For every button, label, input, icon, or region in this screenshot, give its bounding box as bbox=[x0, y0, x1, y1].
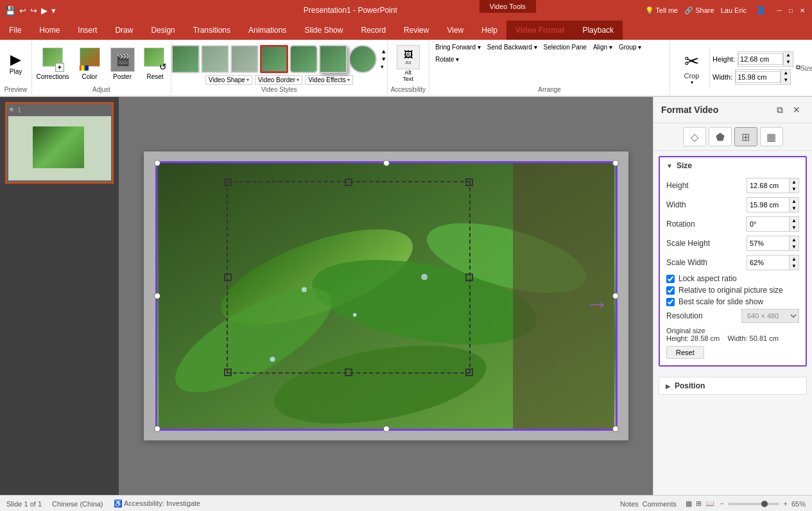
fp-scale-height-input[interactable] bbox=[747, 236, 789, 250]
redo-icon[interactable]: ↪ bbox=[30, 6, 37, 15]
styles-up[interactable]: ▲ bbox=[381, 48, 386, 55]
view-sorter-btn[interactable]: ⊞ bbox=[696, 499, 702, 508]
more-icon[interactable]: ▾ bbox=[51, 6, 56, 15]
fp-scale-width-spinner[interactable]: ▲ ▼ bbox=[789, 256, 799, 270]
crop-handle-tm[interactable] bbox=[345, 178, 352, 186]
view-normal-btn[interactable]: ▦ bbox=[686, 499, 692, 508]
tab-size-pos[interactable]: ⊞ bbox=[734, 127, 757, 146]
tab-playback[interactable]: Playback bbox=[573, 21, 623, 40]
comments-btn[interactable]: Comments bbox=[643, 500, 677, 508]
rotate-button[interactable]: Rotate ▾ bbox=[433, 55, 461, 64]
play-button[interactable]: ▶ Play bbox=[4, 51, 28, 76]
crop-handle-mr[interactable] bbox=[465, 273, 473, 281]
group-button[interactable]: Group ▾ bbox=[617, 42, 644, 52]
tab-insert[interactable]: Insert bbox=[69, 21, 106, 40]
sel-handle-br[interactable] bbox=[612, 426, 619, 432]
quick-access-toolbar[interactable]: 💾 ↩ ↪ ▶ ▾ bbox=[5, 6, 56, 15]
style-5[interactable] bbox=[289, 45, 318, 73]
sel-handle-ml[interactable] bbox=[154, 293, 160, 299]
tab-record[interactable]: Record bbox=[352, 21, 395, 40]
minimize-btn[interactable]: ─ bbox=[775, 6, 784, 15]
tab-file[interactable]: File bbox=[0, 21, 30, 40]
color-button[interactable]: Color bbox=[76, 46, 104, 82]
tell-me[interactable]: 💡 Tell me bbox=[645, 6, 678, 15]
height-up[interactable]: ▲ bbox=[784, 52, 793, 59]
tab-transitions[interactable]: Transitions bbox=[184, 21, 239, 40]
position-section-header[interactable]: ▶ Position bbox=[659, 377, 807, 395]
notes-btn[interactable]: Notes bbox=[620, 500, 639, 508]
crop-handle-ml[interactable] bbox=[224, 273, 232, 281]
crop-button[interactable]: ✂ Crop ▾ bbox=[674, 48, 710, 88]
sel-handle-bm[interactable] bbox=[383, 426, 390, 432]
send-backward-button[interactable]: Send Backward ▾ bbox=[485, 42, 539, 52]
fp-scale-width-input[interactable] bbox=[747, 256, 789, 270]
save-icon[interactable]: 💾 bbox=[5, 6, 15, 15]
tab-effects[interactable]: ▦ bbox=[760, 127, 783, 146]
view-reading-btn[interactable]: 📖 bbox=[705, 499, 714, 508]
format-panel-expand[interactable]: ⧉ bbox=[772, 102, 788, 117]
styles-scroll[interactable]: ▲ ▼ ▾ bbox=[381, 48, 386, 70]
corrections-button[interactable]: ✦ Corrections bbox=[33, 46, 71, 82]
size-section-header[interactable]: ▼ Size bbox=[660, 157, 806, 174]
tab-review[interactable]: Review bbox=[395, 21, 438, 40]
styles-down[interactable]: ▼ bbox=[381, 56, 386, 62]
fp-rotation-down[interactable]: ▼ bbox=[790, 224, 799, 231]
fp-rotation-spinner[interactable]: ▲ ▼ bbox=[789, 217, 799, 231]
fp-width-up[interactable]: ▲ bbox=[790, 198, 799, 205]
crop-handle-bm[interactable] bbox=[345, 368, 352, 376]
fp-height-spinner[interactable]: ▲ ▼ bbox=[789, 178, 799, 193]
styles-expand[interactable]: ▾ bbox=[381, 64, 386, 70]
maximize-btn[interactable]: □ bbox=[786, 6, 795, 15]
fp-scale-height-spinner[interactable]: ▲ ▼ bbox=[789, 236, 799, 250]
crop-handle-br[interactable] bbox=[465, 368, 473, 376]
zoom-out-btn[interactable]: － bbox=[718, 499, 725, 508]
tab-help[interactable]: Help bbox=[472, 21, 506, 40]
tab-design[interactable]: Design bbox=[142, 21, 184, 40]
video-effects-btn[interactable]: Video Effects ▾ bbox=[305, 75, 353, 85]
video-element[interactable] bbox=[155, 161, 618, 431]
fp-height-input[interactable] bbox=[747, 178, 789, 193]
poster-frame-button[interactable]: 🎬 Poster bbox=[108, 46, 137, 82]
width-up[interactable]: ▲ bbox=[781, 70, 790, 77]
style-3[interactable] bbox=[230, 45, 259, 73]
fp-rotation-up[interactable]: ▲ bbox=[790, 217, 799, 224]
fp-width-down[interactable]: ▼ bbox=[790, 205, 799, 212]
reset-design-button[interactable]: ↺ Reset bbox=[141, 46, 169, 82]
fp-width-input[interactable] bbox=[747, 198, 789, 212]
fp-scale-width-up[interactable]: ▲ bbox=[790, 256, 799, 263]
crop-dropdown[interactable]: ▾ bbox=[691, 80, 693, 85]
tab-animations[interactable]: Animations bbox=[239, 21, 295, 40]
fp-scale-width-down[interactable]: ▼ bbox=[790, 263, 799, 270]
sel-handle-tr[interactable] bbox=[612, 160, 619, 166]
fp-height-up[interactable]: ▲ bbox=[790, 178, 799, 186]
width-down[interactable]: ▼ bbox=[781, 77, 790, 84]
tab-videoformat[interactable]: Video Format bbox=[506, 21, 573, 40]
fp-reset-button[interactable]: Reset bbox=[666, 346, 704, 359]
close-btn[interactable]: ✕ bbox=[798, 6, 807, 15]
slide-1-container[interactable]: ★ 1 bbox=[5, 102, 114, 184]
fp-lock-aspect-checkbox[interactable] bbox=[666, 275, 675, 283]
fp-width-spinner[interactable]: ▲ ▼ bbox=[789, 198, 799, 212]
width-spinner[interactable]: ▲ ▼ bbox=[781, 70, 790, 84]
ribbon-height-input[interactable] bbox=[738, 53, 783, 65]
video-border-btn[interactable]: Video Border ▾ bbox=[255, 75, 302, 85]
style-6[interactable] bbox=[319, 45, 347, 73]
size-expand-btn[interactable]: ⧉ bbox=[796, 64, 800, 73]
alt-text-button[interactable]: 🖼 Alt AltText bbox=[394, 44, 422, 83]
sel-handle-mr[interactable] bbox=[612, 293, 619, 299]
fp-scale-height-up[interactable]: ▲ bbox=[790, 236, 799, 243]
zoom-in-btn[interactable]: ＋ bbox=[782, 499, 789, 508]
fp-resolution-select[interactable]: 640 × 480 1280 × 720 bbox=[741, 309, 799, 323]
sel-handle-tl[interactable] bbox=[154, 160, 160, 166]
fp-relative-original-checkbox[interactable] bbox=[666, 286, 675, 295]
ribbon-width-input[interactable] bbox=[736, 71, 781, 83]
fp-rotation-input[interactable] bbox=[747, 217, 789, 231]
present-icon[interactable]: ▶ bbox=[41, 6, 48, 15]
zoom-slider[interactable] bbox=[728, 503, 779, 505]
fp-scale-height-down[interactable]: ▼ bbox=[790, 243, 799, 250]
undo-icon[interactable]: ↩ bbox=[19, 6, 26, 15]
sel-handle-tm[interactable] bbox=[383, 160, 390, 166]
bring-forward-button[interactable]: Bring Forward ▾ bbox=[433, 42, 483, 52]
sel-handle-bl[interactable] bbox=[154, 426, 160, 432]
tab-fill[interactable]: ◇ bbox=[683, 127, 706, 146]
